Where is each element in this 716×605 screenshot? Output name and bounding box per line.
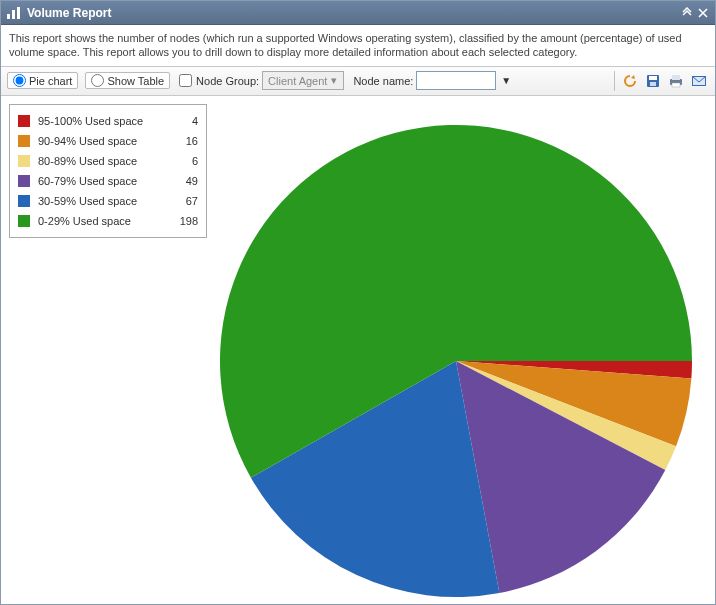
toolbar-separator (614, 71, 615, 91)
chart-area: 95-100% Used space490-94% Used space1680… (1, 96, 715, 604)
legend-label: 30-59% Used space (38, 195, 168, 207)
report-icon (7, 7, 21, 19)
legend-swatch (18, 135, 30, 147)
legend-label: 80-89% Used space (38, 155, 168, 167)
legend-value: 4 (168, 115, 198, 127)
svg-rect-8 (672, 83, 680, 87)
legend-item[interactable]: 95-100% Used space4 (18, 111, 198, 131)
toolbar: Pie chart Show Table Node Group: Client … (1, 66, 715, 96)
node-group-select[interactable]: Client Agent ▾ (262, 71, 344, 90)
legend-swatch (18, 115, 30, 127)
svg-rect-4 (649, 76, 657, 80)
svg-rect-0 (7, 14, 10, 19)
pie-chart (211, 116, 701, 604)
legend-label: 90-94% Used space (38, 135, 168, 147)
collapse-icon[interactable] (681, 7, 693, 19)
legend-swatch (18, 195, 30, 207)
close-icon[interactable] (697, 7, 709, 19)
titlebar-controls (681, 7, 709, 19)
legend-label: 0-29% Used space (38, 215, 168, 227)
node-name-dropdown-icon[interactable]: ▼ (501, 75, 511, 86)
window-title: Volume Report (27, 6, 111, 20)
titlebar: Volume Report (1, 1, 715, 25)
legend-item[interactable]: 80-89% Used space6 (18, 151, 198, 171)
legend-value: 6 (168, 155, 198, 167)
node-group-label: Node Group: (196, 75, 259, 87)
node-group-selected: Client Agent (268, 75, 327, 87)
svg-rect-5 (650, 82, 656, 86)
print-button[interactable] (666, 71, 686, 91)
svg-rect-1 (12, 10, 15, 19)
legend-item[interactable]: 90-94% Used space16 (18, 131, 198, 151)
view-table-input[interactable] (91, 74, 104, 87)
svg-rect-7 (672, 75, 680, 80)
legend-swatch (18, 155, 30, 167)
view-pie-radio[interactable]: Pie chart (7, 72, 78, 89)
legend-label: 60-79% Used space (38, 175, 168, 187)
view-table-radio[interactable]: Show Table (85, 72, 170, 89)
node-name-input[interactable] (416, 71, 496, 90)
node-group-checkbox[interactable]: Node Group: (179, 74, 259, 87)
legend-item[interactable]: 30-59% Used space67 (18, 191, 198, 211)
titlebar-left: Volume Report (7, 6, 111, 20)
chevron-down-icon: ▾ (327, 74, 341, 87)
email-button[interactable] (689, 71, 709, 91)
report-description: This report shows the number of nodes (w… (1, 25, 715, 66)
legend-swatch (18, 215, 30, 227)
legend-item[interactable]: 60-79% Used space49 (18, 171, 198, 191)
node-name-label: Node name: (353, 75, 413, 87)
legend-label: 95-100% Used space (38, 115, 168, 127)
legend-value: 67 (168, 195, 198, 207)
view-pie-input[interactable] (13, 74, 26, 87)
legend-value: 49 (168, 175, 198, 187)
view-table-label: Show Table (107, 75, 164, 87)
legend: 95-100% Used space490-94% Used space1680… (9, 104, 207, 238)
legend-item[interactable]: 0-29% Used space198 (18, 211, 198, 231)
report-window: Volume Report This report shows the numb… (0, 0, 716, 605)
legend-value: 198 (168, 215, 198, 227)
refresh-button[interactable] (620, 71, 640, 91)
view-pie-label: Pie chart (29, 75, 72, 87)
legend-swatch (18, 175, 30, 187)
save-button[interactable] (643, 71, 663, 91)
node-group-checkbox-input[interactable] (179, 74, 192, 87)
legend-value: 16 (168, 135, 198, 147)
svg-rect-2 (17, 7, 20, 19)
